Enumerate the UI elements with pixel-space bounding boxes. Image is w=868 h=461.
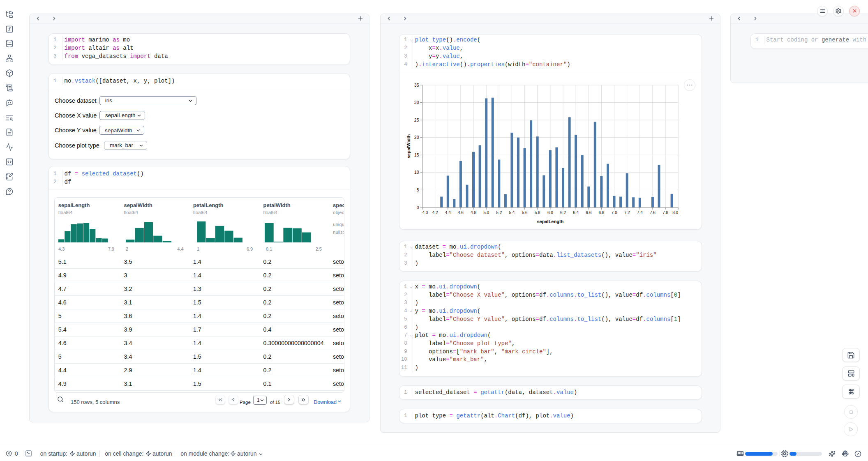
- svg-text:7.0: 7.0: [612, 210, 617, 214]
- svg-text:7.8: 7.8: [663, 210, 668, 214]
- svg-text:6.4: 6.4: [573, 210, 579, 214]
- svg-text:4.4: 4.4: [445, 210, 451, 214]
- svg-text:6.8: 6.8: [598, 210, 604, 214]
- svg-text:10: 10: [414, 170, 419, 175]
- svg-text:6.0: 6.0: [547, 210, 553, 214]
- svg-text:25: 25: [414, 117, 419, 122]
- svg-text:7.6: 7.6: [650, 210, 656, 214]
- svg-text:7.2: 7.2: [624, 210, 630, 214]
- svg-text:5.4: 5.4: [509, 210, 515, 214]
- svg-text:20: 20: [414, 135, 419, 140]
- svg-text:sepalWidth: sepalWidth: [406, 134, 411, 158]
- svg-text:35: 35: [414, 82, 419, 87]
- svg-text:5.0: 5.0: [483, 210, 489, 214]
- svg-text:8.0: 8.0: [672, 210, 678, 214]
- svg-text:5: 5: [417, 187, 419, 192]
- svg-text:30: 30: [414, 100, 419, 105]
- svg-text:sepalLength: sepalLength: [537, 219, 564, 224]
- svg-text:4.2: 4.2: [432, 210, 438, 214]
- svg-text:4.0: 4.0: [422, 210, 428, 214]
- svg-text:0: 0: [417, 205, 419, 210]
- svg-text:6.6: 6.6: [586, 210, 591, 214]
- svg-text:6.2: 6.2: [560, 210, 566, 214]
- svg-text:7.4: 7.4: [637, 210, 643, 214]
- svg-text:5.6: 5.6: [522, 210, 528, 214]
- svg-text:4.6: 4.6: [458, 210, 464, 214]
- svg-text:15: 15: [414, 152, 419, 157]
- svg-text:5.8: 5.8: [535, 210, 540, 214]
- svg-text:5.2: 5.2: [496, 210, 502, 214]
- svg-text:4.8: 4.8: [471, 210, 476, 214]
